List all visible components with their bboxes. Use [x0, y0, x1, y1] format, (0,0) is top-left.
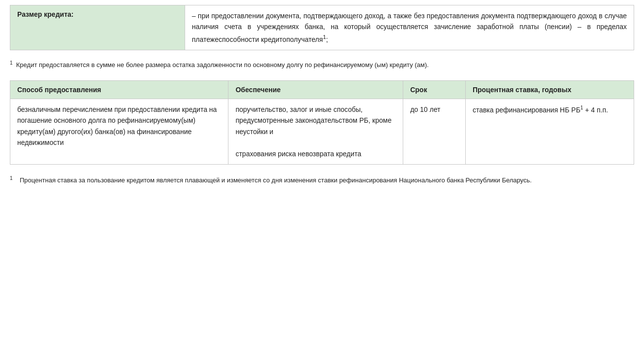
header-term: Срок — [403, 80, 466, 99]
header-rate: Процентная ставка, годовых — [465, 80, 634, 99]
rate-text-1: ставка рефинансирования НБ РБ — [473, 106, 580, 114]
footnote-1-block: 1 Кредит предоставляется в сумме не боле… — [10, 57, 634, 72]
footnote-2-text: Процентная ставка за пользование кредито… — [20, 176, 532, 184]
page-container: Размер кредита: – при предоставлении док… — [10, 5, 634, 188]
security-text-1: поручительство, залог и иные способы, пр… — [235, 105, 391, 136]
footnote-1-text: Кредит предоставляется в сумме не более … — [16, 61, 429, 69]
credit-size-semicolon: ; — [326, 35, 328, 43]
header-security: Обеспечение — [228, 80, 403, 99]
credit-size-table: Размер кредита: – при предоставлении док… — [10, 5, 634, 50]
security-text-2: страхования риска невозврата кредита — [235, 150, 361, 158]
main-table: Способ предоставления Обеспечение Срок П… — [10, 80, 634, 165]
cell-rate: ставка рефинансирования НБ РБ1 + 4 п.п. — [465, 99, 634, 164]
footnote-2-block: 1 Процентная ставка за пользование креди… — [10, 173, 634, 188]
footnote-2-number: 1 — [10, 175, 13, 181]
cell-security: поручительство, залог и иные способы, пр… — [228, 99, 403, 164]
cell-method: безналичным перечислением при предоставл… — [10, 99, 228, 164]
rate-text-2: + 4 п.п. — [583, 106, 608, 114]
footnote-1-number: 1 — [10, 60, 13, 66]
cell-term: до 10 лет — [403, 99, 466, 164]
credit-size-content: – при предоставлении документа, подтверж… — [185, 5, 634, 50]
credit-size-text: – при предоставлении документа, подтверж… — [192, 12, 627, 43]
credit-size-label: Размер кредита: — [10, 5, 185, 50]
header-method: Способ предоставления — [10, 80, 228, 99]
